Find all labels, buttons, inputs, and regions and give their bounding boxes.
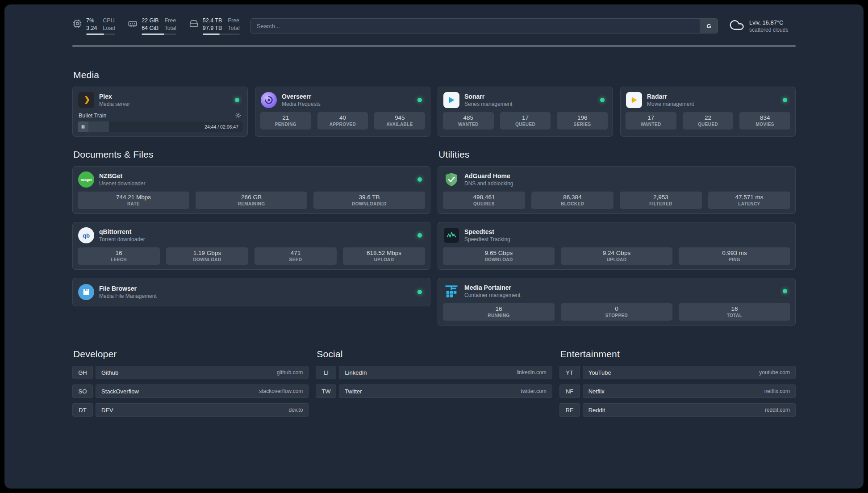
service-card-plex[interactable]: PlexMedia serverBullet Train24:44 / 02:0… bbox=[72, 87, 248, 137]
stat-download: 1.19 GbpsDOWNLOAD bbox=[166, 247, 248, 265]
stat-value: 1.19 Gbps bbox=[168, 250, 246, 256]
resource-values: 7%3.24 bbox=[86, 17, 97, 32]
stat-label: QUERIES bbox=[445, 201, 523, 206]
stat-series: 196SERIES bbox=[557, 112, 608, 130]
bookmark-url: twitter.com bbox=[521, 388, 546, 394]
playback-progress-bar[interactable]: 24:44 / 02:06:47 bbox=[78, 121, 242, 132]
bookmark-name: YouTube bbox=[588, 369, 611, 376]
bookmark-stackoverflow[interactable]: SOStackOverflowstackoverflow.com bbox=[72, 384, 309, 398]
stat-value: 16 bbox=[445, 305, 553, 312]
stat-value: 9.65 Gbps bbox=[445, 250, 553, 256]
stat-value: 22 bbox=[684, 114, 732, 121]
bookmark-name: Twitter bbox=[345, 388, 362, 395]
search-provider-button[interactable]: G bbox=[700, 19, 718, 33]
stat-movies: 834MOVIES bbox=[739, 112, 790, 130]
weather-widget: Lviv, 16.87°C scattered clouds bbox=[729, 17, 796, 35]
service-header: Media PortainerContainer management bbox=[442, 282, 791, 303]
status-online-dot bbox=[417, 290, 422, 294]
service-description: Media server bbox=[99, 101, 130, 107]
stat-upload: 9.24 GbpsUPLOAD bbox=[561, 247, 672, 265]
service-name: NZBGet bbox=[99, 172, 145, 180]
bookmark-url: reddit.com bbox=[765, 407, 790, 413]
bookmark-name: Netflix bbox=[588, 388, 605, 395]
memory-icon bbox=[128, 17, 138, 30]
bookmark-abbr: SO bbox=[72, 384, 93, 398]
bookmark-name: StackOverflow bbox=[101, 388, 139, 395]
bookmark-url: youtube.com bbox=[759, 369, 790, 376]
stat-value: 39.6 TB bbox=[315, 194, 423, 201]
service-description: Usenet downloader bbox=[99, 180, 145, 187]
service-card-qbittorrent[interactable]: qbqBittorrentTorrent downloader16LEECH1.… bbox=[72, 222, 430, 270]
stat-label: SEED bbox=[256, 257, 335, 262]
documents-cards: nzbgetNZBGetUsenet downloader744.21 Mbps… bbox=[72, 166, 430, 306]
service-name: Speedtest bbox=[464, 228, 510, 235]
section-title: Media bbox=[73, 70, 796, 80]
bookmark-github[interactable]: GHGithubgithub.com bbox=[72, 366, 309, 379]
service-name: Plex bbox=[99, 93, 130, 100]
stat-value: 16 bbox=[79, 250, 158, 256]
radarr-icon bbox=[626, 92, 643, 109]
stat-label: QUEUED bbox=[502, 122, 549, 127]
service-header: OverseerrMedia Requests bbox=[259, 91, 426, 112]
playback-time: 24:44 / 02:06:47 bbox=[204, 124, 238, 130]
stat-value: 471 bbox=[256, 250, 335, 256]
stat-label: SERIES bbox=[559, 122, 606, 127]
stat-label: STOPPED bbox=[563, 313, 671, 318]
stat-value: 21 bbox=[262, 114, 309, 121]
service-description: Torrent downloader bbox=[99, 236, 145, 242]
service-card-overseerr[interactable]: OverseerrMedia Requests21PENDING40APPROV… bbox=[255, 87, 430, 137]
service-card-speedtest[interactable]: SpeedtestSpeedtest Tracking9.65 GbpsDOWN… bbox=[438, 222, 796, 270]
bookmark-abbr: LI bbox=[316, 366, 336, 379]
service-stats: 9.65 GbpsDOWNLOAD9.24 GbpsUPLOAD0.993 ms… bbox=[442, 247, 791, 265]
bookmark-dev[interactable]: DTDEVdev.to bbox=[72, 403, 309, 417]
bookmark-netflix[interactable]: NFNetflixnetflix.com bbox=[559, 384, 796, 398]
service-stats: 17WANTED22QUEUED834MOVIES bbox=[625, 112, 791, 130]
bookmark-linkedin[interactable]: LILinkedInlinkedin.com bbox=[316, 366, 552, 379]
service-description: Movie management bbox=[647, 101, 694, 107]
stat-leech: 16LEECH bbox=[78, 247, 160, 265]
section-title: Utilities bbox=[438, 149, 796, 160]
stat-label: UPLOAD bbox=[345, 257, 423, 262]
resource-usage-bar bbox=[142, 33, 176, 35]
stat-total: 16TOTAL bbox=[679, 303, 790, 321]
bookmark-group-social: SocialLILinkedInlinkedin.comTWTwittertwi… bbox=[316, 349, 552, 398]
stat-queued: 22QUEUED bbox=[683, 112, 734, 130]
status-online-dot bbox=[783, 289, 787, 293]
service-header: RadarrMovie management bbox=[625, 91, 791, 112]
search-input[interactable] bbox=[251, 19, 700, 33]
pause-button[interactable] bbox=[78, 121, 88, 132]
stat-rate: 744.21 MbpsRATE bbox=[78, 192, 189, 209]
service-card-radarr[interactable]: RadarrMovie management17WANTED22QUEUED83… bbox=[620, 87, 796, 137]
service-card-adguard-home[interactable]: AdGuard HomeDNS and adblocking498,461QUE… bbox=[438, 166, 796, 214]
stat-value: 86,384 bbox=[533, 194, 612, 201]
stat-downloaded: 39.6 TBDOWNLOADED bbox=[313, 192, 425, 209]
service-card-sonarr[interactable]: SonarrSeries management485WANTED17QUEUED… bbox=[438, 87, 613, 137]
stat-value: 498,461 bbox=[445, 194, 523, 201]
stat-wanted: 485WANTED bbox=[443, 112, 494, 130]
bookmark-reddit[interactable]: RERedditreddit.com bbox=[559, 403, 796, 417]
stat-label: DOWNLOADED bbox=[315, 201, 423, 206]
bookmark-twitter[interactable]: TWTwittertwitter.com bbox=[316, 384, 552, 398]
status-online-dot bbox=[417, 177, 422, 182]
service-name: Radarr bbox=[647, 93, 694, 100]
cpu-icon bbox=[72, 17, 82, 30]
disk-icon bbox=[189, 17, 199, 30]
stat-label: RATE bbox=[79, 201, 188, 206]
bookmark-youtube[interactable]: YTYouTubeyoutube.com bbox=[559, 366, 796, 379]
service-card-media-portainer[interactable]: Media PortainerContainer management16RUN… bbox=[438, 278, 796, 326]
now-playing-title: Bullet Train bbox=[79, 113, 107, 119]
service-card-nzbget[interactable]: nzbgetNZBGetUsenet downloader744.21 Mbps… bbox=[72, 166, 430, 214]
section-title: Documents & Files bbox=[73, 149, 430, 160]
resource-widget-memory: 22 GiB64 GiBFreeTotal bbox=[128, 17, 176, 35]
service-card-file-browser[interactable]: File BrowserMedia File Management bbox=[72, 278, 430, 306]
gear-icon[interactable] bbox=[235, 112, 242, 119]
service-stats: 16RUNNING0STOPPED16TOTAL bbox=[442, 303, 791, 321]
service-description: Container management bbox=[464, 292, 520, 298]
bookmark-group-developer: DeveloperGHGithubgithub.comSOStackOverfl… bbox=[72, 349, 309, 417]
service-name: qBittorrent bbox=[99, 228, 145, 235]
bookmark-url: linkedin.com bbox=[517, 369, 547, 376]
section-title: Social bbox=[317, 349, 552, 359]
stat-latency: 47.571 msLATENCY bbox=[708, 192, 790, 209]
service-name: File Browser bbox=[99, 285, 157, 292]
stat-value: 2,953 bbox=[622, 194, 700, 201]
